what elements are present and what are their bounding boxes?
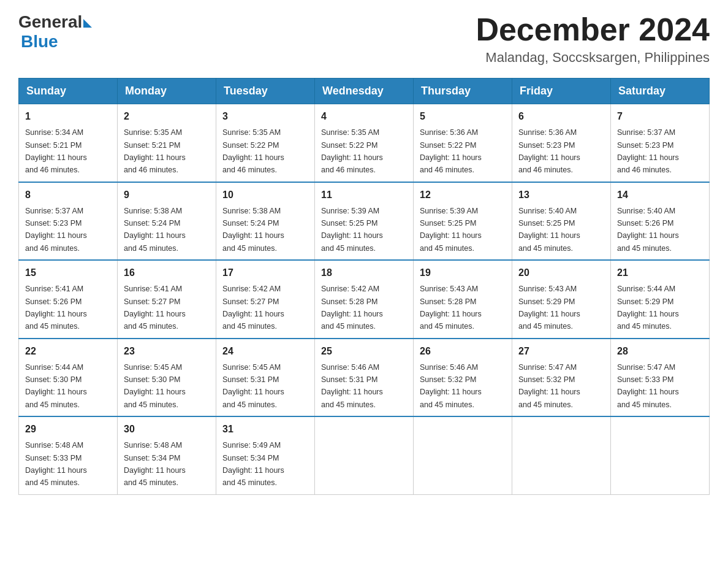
- calendar-cell: 12 Sunrise: 5:39 AMSunset: 5:25 PMDaylig…: [414, 182, 512, 261]
- day-number: 24: [222, 344, 308, 359]
- calendar-cell: 29 Sunrise: 5:48 AMSunset: 5:33 PMDaylig…: [19, 416, 118, 494]
- calendar-cell: [611, 416, 710, 494]
- calendar-cell: 23 Sunrise: 5:45 AMSunset: 5:30 PMDaylig…: [118, 339, 216, 417]
- day-number: 31: [222, 422, 308, 437]
- calendar-cell: 20 Sunrise: 5:43 AMSunset: 5:29 PMDaylig…: [512, 260, 611, 339]
- day-info: Sunrise: 5:45 AMSunset: 5:31 PMDaylight:…: [222, 363, 284, 409]
- day-info: Sunrise: 5:37 AMSunset: 5:23 PMDaylight:…: [617, 128, 679, 174]
- calendar-cell: 15 Sunrise: 5:41 AMSunset: 5:26 PMDaylig…: [19, 260, 118, 339]
- calendar-cell: 10 Sunrise: 5:38 AMSunset: 5:24 PMDaylig…: [216, 182, 315, 261]
- day-number: 18: [321, 266, 407, 280]
- logo-general: General: [18, 12, 82, 32]
- header-saturday: Saturday: [611, 79, 710, 104]
- day-info: Sunrise: 5:34 AMSunset: 5:21 PMDaylight:…: [25, 128, 87, 174]
- calendar-header-row: Sunday Monday Tuesday Wednesday Thursday…: [19, 79, 710, 104]
- calendar-week-row: 15 Sunrise: 5:41 AMSunset: 5:26 PMDaylig…: [19, 260, 710, 339]
- calendar-cell: 6 Sunrise: 5:36 AMSunset: 5:23 PMDayligh…: [512, 104, 611, 182]
- day-info: Sunrise: 5:39 AMSunset: 5:25 PMDaylight:…: [420, 207, 482, 253]
- day-info: Sunrise: 5:35 AMSunset: 5:22 PMDaylight:…: [321, 128, 383, 174]
- day-number: 25: [321, 344, 407, 359]
- day-info: Sunrise: 5:42 AMSunset: 5:27 PMDaylight:…: [222, 285, 284, 331]
- logo-triangle-icon: [83, 19, 92, 28]
- day-number: 29: [25, 422, 111, 437]
- calendar-cell: [315, 416, 414, 494]
- calendar-cell: 9 Sunrise: 5:38 AMSunset: 5:24 PMDayligh…: [118, 182, 216, 261]
- calendar-cell: 4 Sunrise: 5:35 AMSunset: 5:22 PMDayligh…: [315, 104, 414, 182]
- calendar-subtitle: Malandag, Soccsksargen, Philippines: [476, 50, 710, 66]
- day-info: Sunrise: 5:41 AMSunset: 5:26 PMDaylight:…: [25, 285, 87, 331]
- day-info: Sunrise: 5:46 AMSunset: 5:32 PMDaylight:…: [420, 363, 482, 409]
- day-info: Sunrise: 5:44 AMSunset: 5:29 PMDaylight:…: [617, 285, 679, 331]
- day-info: Sunrise: 5:38 AMSunset: 5:24 PMDaylight:…: [124, 207, 186, 253]
- calendar-week-row: 22 Sunrise: 5:44 AMSunset: 5:30 PMDaylig…: [19, 339, 710, 417]
- calendar-cell: 7 Sunrise: 5:37 AMSunset: 5:23 PMDayligh…: [611, 104, 710, 182]
- day-number: 4: [321, 109, 407, 124]
- calendar-cell: 5 Sunrise: 5:36 AMSunset: 5:22 PMDayligh…: [414, 104, 512, 182]
- header-friday: Friday: [512, 79, 611, 104]
- day-number: 10: [222, 188, 308, 202]
- day-number: 14: [617, 188, 703, 202]
- logo: General Blue: [18, 12, 92, 52]
- calendar-cell: 18 Sunrise: 5:42 AMSunset: 5:28 PMDaylig…: [315, 260, 414, 339]
- day-number: 23: [124, 344, 210, 359]
- calendar-cell: 25 Sunrise: 5:46 AMSunset: 5:31 PMDaylig…: [315, 339, 414, 417]
- header-thursday: Thursday: [414, 79, 512, 104]
- header-sunday: Sunday: [19, 79, 118, 104]
- day-info: Sunrise: 5:39 AMSunset: 5:25 PMDaylight:…: [321, 207, 383, 253]
- day-number: 1: [25, 109, 111, 124]
- day-info: Sunrise: 5:43 AMSunset: 5:28 PMDaylight:…: [420, 285, 482, 331]
- day-info: Sunrise: 5:48 AMSunset: 5:33 PMDaylight:…: [25, 441, 87, 487]
- calendar-title: December 2024: [476, 12, 710, 47]
- day-number: 9: [124, 188, 210, 202]
- calendar-cell: 13 Sunrise: 5:40 AMSunset: 5:25 PMDaylig…: [512, 182, 611, 261]
- day-info: Sunrise: 5:46 AMSunset: 5:31 PMDaylight:…: [321, 363, 383, 409]
- day-number: 30: [124, 422, 210, 437]
- calendar-cell: [512, 416, 611, 494]
- calendar-cell: 2 Sunrise: 5:35 AMSunset: 5:21 PMDayligh…: [118, 104, 216, 182]
- day-number: 20: [518, 266, 604, 280]
- day-number: 8: [25, 188, 111, 202]
- day-info: Sunrise: 5:42 AMSunset: 5:28 PMDaylight:…: [321, 285, 383, 331]
- day-info: Sunrise: 5:38 AMSunset: 5:24 PMDaylight:…: [222, 207, 284, 253]
- calendar-cell: 30 Sunrise: 5:48 AMSunset: 5:34 PMDaylig…: [118, 416, 216, 494]
- day-info: Sunrise: 5:49 AMSunset: 5:34 PMDaylight:…: [222, 441, 284, 487]
- title-section: December 2024 Malandag, Soccsksargen, Ph…: [476, 12, 710, 66]
- day-info: Sunrise: 5:48 AMSunset: 5:34 PMDaylight:…: [124, 441, 186, 487]
- calendar-table: Sunday Monday Tuesday Wednesday Thursday…: [18, 78, 710, 495]
- day-number: 11: [321, 188, 407, 202]
- day-number: 22: [25, 344, 111, 359]
- calendar-cell: 28 Sunrise: 5:47 AMSunset: 5:33 PMDaylig…: [611, 339, 710, 417]
- calendar-cell: 22 Sunrise: 5:44 AMSunset: 5:30 PMDaylig…: [19, 339, 118, 417]
- day-info: Sunrise: 5:47 AMSunset: 5:33 PMDaylight:…: [617, 363, 679, 409]
- calendar-cell: 1 Sunrise: 5:34 AMSunset: 5:21 PMDayligh…: [19, 104, 118, 182]
- calendar-week-row: 1 Sunrise: 5:34 AMSunset: 5:21 PMDayligh…: [19, 104, 710, 182]
- calendar-cell: 3 Sunrise: 5:35 AMSunset: 5:22 PMDayligh…: [216, 104, 315, 182]
- day-info: Sunrise: 5:43 AMSunset: 5:29 PMDaylight:…: [518, 285, 580, 331]
- calendar-cell: 8 Sunrise: 5:37 AMSunset: 5:23 PMDayligh…: [19, 182, 118, 261]
- day-number: 2: [124, 109, 210, 124]
- calendar-week-row: 29 Sunrise: 5:48 AMSunset: 5:33 PMDaylig…: [19, 416, 710, 494]
- day-number: 16: [124, 266, 210, 280]
- day-number: 3: [222, 109, 308, 124]
- day-number: 12: [420, 188, 506, 202]
- calendar-cell: [414, 416, 512, 494]
- day-info: Sunrise: 5:44 AMSunset: 5:30 PMDaylight:…: [25, 363, 87, 409]
- day-info: Sunrise: 5:35 AMSunset: 5:22 PMDaylight:…: [222, 128, 284, 174]
- calendar-cell: 19 Sunrise: 5:43 AMSunset: 5:28 PMDaylig…: [414, 260, 512, 339]
- day-number: 19: [420, 266, 506, 280]
- day-info: Sunrise: 5:36 AMSunset: 5:23 PMDaylight:…: [518, 128, 580, 174]
- calendar-cell: 31 Sunrise: 5:49 AMSunset: 5:34 PMDaylig…: [216, 416, 315, 494]
- calendar-cell: 17 Sunrise: 5:42 AMSunset: 5:27 PMDaylig…: [216, 260, 315, 339]
- calendar-week-row: 8 Sunrise: 5:37 AMSunset: 5:23 PMDayligh…: [19, 182, 710, 261]
- logo-blue: Blue: [21, 32, 58, 52]
- calendar-cell: 11 Sunrise: 5:39 AMSunset: 5:25 PMDaylig…: [315, 182, 414, 261]
- day-info: Sunrise: 5:40 AMSunset: 5:26 PMDaylight:…: [617, 207, 679, 253]
- day-number: 17: [222, 266, 308, 280]
- header-wednesday: Wednesday: [315, 79, 414, 104]
- day-number: 28: [617, 344, 703, 359]
- day-number: 21: [617, 266, 703, 280]
- calendar-cell: 14 Sunrise: 5:40 AMSunset: 5:26 PMDaylig…: [611, 182, 710, 261]
- day-number: 5: [420, 109, 506, 124]
- calendar-cell: 21 Sunrise: 5:44 AMSunset: 5:29 PMDaylig…: [611, 260, 710, 339]
- calendar-cell: 26 Sunrise: 5:46 AMSunset: 5:32 PMDaylig…: [414, 339, 512, 417]
